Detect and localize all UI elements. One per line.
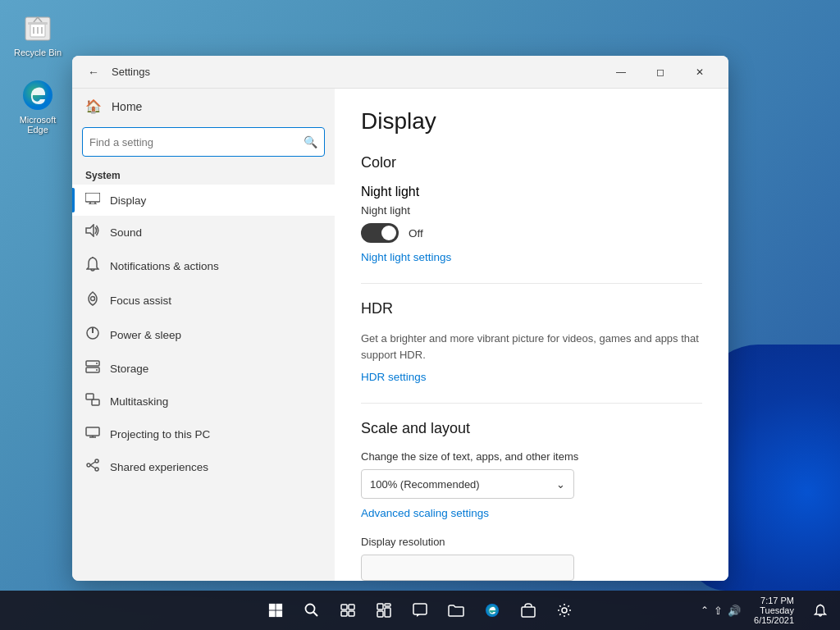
minimize-button[interactable]: ―: [602, 59, 640, 85]
storage-nav-label: Storage: [110, 363, 148, 375]
svg-rect-30: [276, 604, 282, 610]
toggle-state-label: Off: [409, 227, 423, 240]
taskbar-clock[interactable]: 7:17 PM Tuesday 6/15/2021: [747, 596, 801, 625]
edge-desktop-icon[interactable]: Microsoft Edge: [8, 75, 67, 138]
color-section-title: Color: [361, 154, 702, 171]
svg-rect-21: [86, 427, 99, 436]
start-button[interactable]: [259, 594, 292, 627]
sidebar-item-power-sleep[interactable]: Power & sleep: [72, 317, 335, 352]
sidebar-item-multitasking[interactable]: Multitasking: [72, 385, 335, 418]
notifications-nav-label: Notifications & actions: [110, 260, 219, 272]
recycle-bin-icon[interactable]: Recycle Bin: [8, 8, 67, 61]
svg-rect-35: [341, 605, 347, 609]
volume-icon[interactable]: 🔊: [728, 605, 741, 617]
svg-rect-7: [85, 193, 100, 202]
clock-time: 7:17 PM: [754, 596, 794, 605]
taskbar-center: [259, 594, 581, 627]
taskbar-right: ⌃ ⇧ 🔊 7:17 PM Tuesday 6/15/2021: [701, 594, 833, 627]
sidebar-item-focus-assist[interactable]: Focus assist: [72, 283, 335, 317]
projecting-icon: [85, 426, 100, 442]
search-taskbar-button[interactable]: [295, 594, 328, 627]
scale-section-title: Scale and layout: [361, 420, 702, 437]
hdr-settings-link[interactable]: HDR settings: [361, 371, 427, 383]
svg-rect-39: [377, 604, 383, 609]
night-light-label-text: Night light: [361, 185, 702, 199]
svg-point-46: [562, 608, 567, 613]
svg-rect-36: [349, 605, 354, 609]
svg-rect-20: [92, 399, 99, 405]
title-bar: ← Settings ― ◻ ✕: [72, 56, 728, 89]
night-light-label-wrap: Night light: [361, 204, 702, 217]
edge-taskbar-button[interactable]: [476, 594, 509, 627]
sidebar-item-display[interactable]: Display: [72, 185, 335, 216]
sidebar-item-projecting[interactable]: Projecting to this PC: [72, 418, 335, 450]
sidebar: 🏠 Home 🔍 System Display: [72, 89, 335, 581]
multitasking-nav-label: Multitasking: [110, 395, 168, 408]
svg-rect-5: [28, 22, 48, 25]
task-view-button[interactable]: [331, 594, 364, 627]
svg-line-28: [90, 465, 95, 468]
clock-date: 6/15/2021: [754, 615, 794, 625]
night-light-row: Off: [361, 223, 702, 243]
change-size-label: Change the size of text, apps, and other…: [361, 450, 702, 463]
shared-icon: [85, 459, 100, 475]
widgets-button[interactable]: [368, 594, 400, 627]
svg-rect-38: [349, 611, 354, 616]
clock-day: Tuesday: [754, 605, 794, 615]
settings-taskbar-button[interactable]: [548, 594, 581, 627]
svg-rect-31: [269, 610, 276, 617]
svg-rect-40: [385, 604, 390, 606]
edge-label: Microsoft Edge: [11, 115, 64, 135]
multitasking-icon: [85, 393, 100, 409]
settings-window: ← Settings ― ◻ ✕ 🏠 Home 🔍: [72, 56, 728, 581]
svg-point-12: [91, 297, 95, 301]
sidebar-item-storage[interactable]: Storage: [72, 352, 335, 385]
store-button[interactable]: [512, 594, 545, 627]
sound-icon: [85, 224, 100, 240]
tray-expand-button[interactable]: ⌃: [701, 605, 709, 616]
svg-line-27: [90, 462, 95, 465]
network-icon: ⇧: [714, 605, 723, 617]
resolution-dropdown-partial[interactable]: [361, 555, 574, 581]
sidebar-item-shared[interactable]: Shared experiences: [72, 450, 335, 483]
maximize-button[interactable]: ◻: [641, 59, 679, 85]
system-tray: ⌃ ⇧ 🔊: [701, 605, 741, 617]
night-light-toggle[interactable]: [361, 223, 399, 243]
close-button[interactable]: ✕: [681, 59, 719, 85]
sidebar-item-sound[interactable]: Sound: [72, 216, 335, 249]
sidebar-home-item[interactable]: 🏠 Home: [72, 89, 335, 124]
focus-assist-nav-label: Focus assist: [110, 294, 171, 307]
window-body: 🏠 Home 🔍 System Display: [72, 89, 728, 581]
search-input[interactable]: [89, 136, 304, 148]
chat-button[interactable]: [404, 594, 436, 627]
search-box: 🔍: [82, 127, 325, 157]
scale-dropdown[interactable]: 100% (Recommended) ⌄: [361, 469, 574, 499]
storage-icon: [85, 360, 100, 377]
divider-2: [361, 403, 702, 404]
scale-dropdown-value: 100% (Recommended): [370, 478, 480, 491]
hdr-description: Get a brighter and more vibrant picture …: [361, 331, 702, 363]
sidebar-item-notifications[interactable]: Notifications & actions: [72, 249, 335, 283]
night-light-settings-link[interactable]: Night light settings: [361, 251, 451, 263]
window-controls: ― ◻ ✕: [602, 59, 719, 85]
divider-1: [361, 283, 702, 284]
svg-rect-29: [269, 604, 276, 610]
svg-point-26: [87, 463, 90, 467]
advanced-scaling-link[interactable]: Advanced scaling settings: [361, 507, 489, 519]
svg-point-33: [306, 605, 315, 614]
shared-nav-label: Shared experiences: [110, 461, 208, 473]
back-button[interactable]: ←: [82, 61, 105, 84]
svg-point-17: [96, 363, 98, 364]
notification-center-button[interactable]: [807, 594, 833, 627]
search-icon: 🔍: [304, 135, 317, 148]
file-explorer-button[interactable]: [440, 594, 472, 627]
svg-rect-43: [413, 604, 427, 614]
svg-rect-41: [377, 611, 383, 617]
desktop: Recycle Bin Microsoft Edge ← Settings: [0, 0, 840, 630]
svg-rect-42: [385, 608, 390, 617]
edge-image: [21, 79, 54, 112]
chevron-down-icon: ⌄: [556, 478, 565, 491]
display-icon: [85, 193, 100, 208]
svg-point-25: [95, 468, 98, 471]
recycle-bin-label: Recycle Bin: [14, 48, 62, 57]
